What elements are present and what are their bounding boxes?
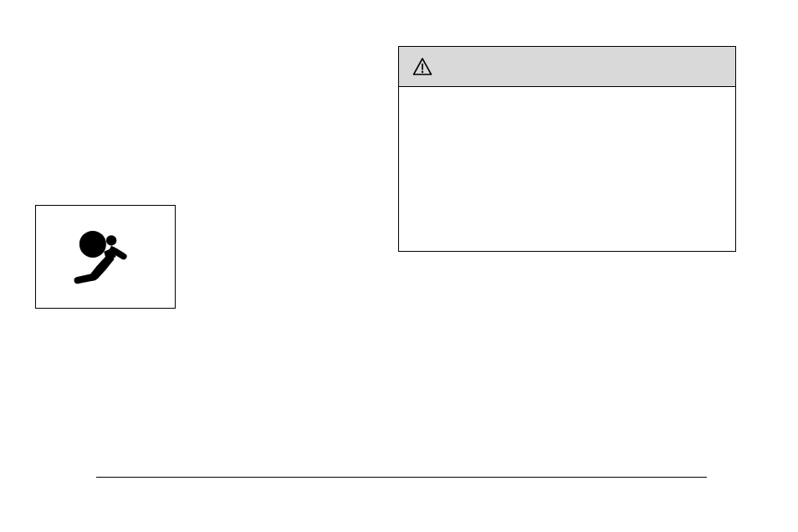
warning-triangle-icon xyxy=(412,57,432,77)
svg-point-1 xyxy=(106,235,116,245)
footer-rule xyxy=(96,477,707,478)
airbag-icon xyxy=(68,223,143,290)
caution-body-text xyxy=(399,87,735,251)
caution-header xyxy=(399,47,735,87)
page-content xyxy=(0,0,798,532)
svg-point-0 xyxy=(79,231,106,258)
svg-point-3 xyxy=(422,70,423,72)
caution-box xyxy=(398,46,736,252)
airbag-indicator-figure xyxy=(35,205,176,309)
